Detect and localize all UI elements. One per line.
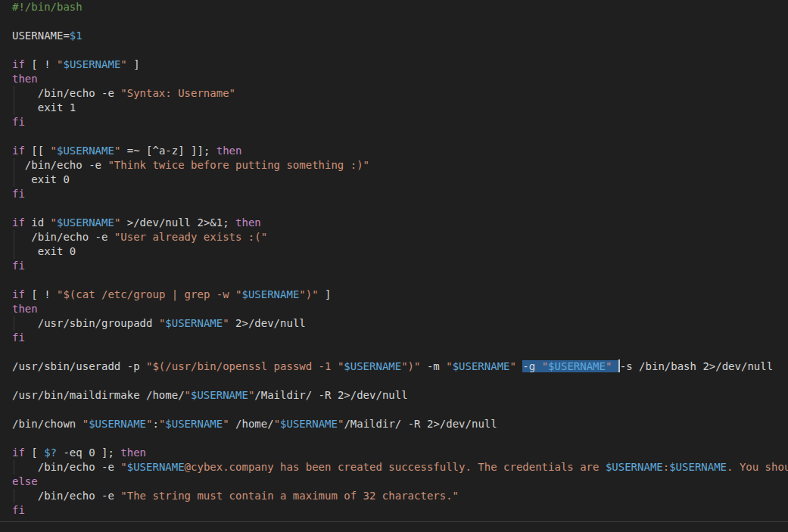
code-line[interactable]: fi (0, 331, 788, 345)
code-line[interactable]: if [ ! "$(cat /etc/group | grep -w "$USE… (0, 288, 788, 302)
code-line[interactable]: #!/bin/bash (0, 0, 788, 14)
code-line[interactable]: if id "$USERNAME" >/dev/null 2>&1; then (0, 216, 788, 230)
code-line[interactable]: /bin/echo -e "Syntax: Username" (0, 86, 788, 101)
code-token: " (185, 389, 191, 401)
code-token: [ ! (25, 58, 57, 70)
selection-highlight: -g (522, 360, 541, 372)
code-line[interactable]: then (0, 302, 788, 316)
code-token: /Maildir/ -R 2>/dev/null (254, 389, 407, 401)
code-token: " (83, 418, 89, 430)
indent-guide (14, 460, 14, 474)
code-token: /usr/sbin/groupadd (12, 317, 159, 329)
code-token: -m (420, 360, 446, 372)
code-token: exit 0 (12, 173, 70, 185)
code-token: /usr/sbin/useradd -p (12, 360, 146, 372)
code-token: ] (127, 58, 140, 70)
code-content[interactable]: #!/bin/bashUSERNAME=$1if [ ! "$USERNAME"… (0, 0, 788, 518)
code-token: if (12, 288, 25, 300)
code-token: $USERNAME (453, 360, 510, 372)
code-line[interactable]: exit 1 (0, 101, 788, 115)
selection-highlight: $USERNAME (548, 360, 606, 372)
code-token: $1 (70, 30, 83, 42)
indent-guide (14, 86, 14, 101)
code-token: "User already exists :(" (114, 231, 267, 243)
code-line[interactable]: fi (0, 187, 788, 201)
code-line[interactable]: /bin/echo -e "$USERNAME@cybex.company ha… (0, 460, 788, 474)
code-token: $USERNAME (606, 461, 663, 473)
code-token: $USERNAME (165, 418, 223, 430)
code-token: -eq 0 ]; (57, 446, 120, 459)
code-token: /bin/echo -e (12, 461, 120, 473)
code-token: [[ (25, 145, 51, 157)
code-token: if (12, 446, 25, 459)
code-line[interactable]: fi (0, 115, 788, 129)
code-line[interactable] (0, 43, 788, 58)
code-line[interactable] (0, 129, 788, 144)
editor-bottom-divider (0, 521, 788, 522)
code-token: fi (12, 116, 25, 128)
code-line[interactable]: /bin/echo -e "The string must contain a … (0, 489, 788, 503)
code-line[interactable]: /bin/echo -e "Think twice before putting… (0, 158, 788, 173)
code-line[interactable]: /usr/sbin/groupadd "$USERNAME" 2>/dev/nu… (0, 316, 788, 331)
code-line[interactable]: fi (0, 259, 788, 273)
code-line[interactable]: if [ ! "$USERNAME" ] (0, 58, 788, 72)
code-line[interactable] (0, 403, 788, 417)
code-line[interactable]: USERNAME=$1 (0, 29, 788, 43)
code-line[interactable]: else (0, 474, 788, 489)
code-token: "The string must contain a maximum of 32… (120, 490, 459, 502)
code-token: if (12, 145, 25, 157)
code-token: then (12, 303, 38, 315)
code-token: $USERNAME (344, 360, 401, 372)
code-token: " (223, 317, 229, 329)
code-token: fi (12, 504, 25, 516)
code-token: 2>/dev/null (229, 317, 306, 329)
indent-guide (14, 101, 14, 115)
code-token: "Think twice before putting something :)… (107, 159, 369, 171)
code-token: then (216, 145, 242, 157)
code-token: /bin/echo -e (12, 231, 114, 243)
code-token: " (120, 461, 126, 473)
code-line[interactable]: /bin/chown "$USERNAME":"$USERNAME" /home… (0, 417, 788, 431)
code-line[interactable]: exit 0 (0, 244, 788, 259)
code-line[interactable]: /usr/sbin/useradd -p "$(/usr/bin/openssl… (0, 359, 788, 374)
code-token: ")" (299, 288, 318, 300)
code-token: . You shou (727, 461, 788, 473)
code-token: " (223, 418, 229, 430)
code-line[interactable]: then (0, 72, 788, 86)
code-editor[interactable]: #!/bin/bashUSERNAME=$1if [ ! "$USERNAME"… (0, 0, 788, 532)
code-line[interactable]: exit 0 (0, 173, 788, 187)
code-token: $USERNAME (669, 461, 727, 473)
code-line[interactable] (0, 345, 788, 359)
code-token: /Maildir/ -R 2>/dev/null (344, 418, 497, 430)
code-token: $? (44, 446, 57, 459)
code-token: " (274, 418, 280, 430)
code-token: =~ [^a-z] ]]; (120, 145, 216, 157)
code-line[interactable] (0, 431, 788, 446)
code-token: id (25, 216, 51, 229)
code-token: exit 1 (12, 101, 76, 114)
code-line[interactable]: fi (0, 503, 788, 518)
code-token: " (446, 360, 452, 372)
code-line[interactable]: /usr/bin/maildirmake /home/"$USERNAME"/M… (0, 388, 788, 403)
code-line[interactable]: if [[ "$USERNAME" =~ [^a-z] ]]; then (0, 144, 788, 158)
code-line[interactable] (0, 14, 788, 29)
code-line[interactable] (0, 374, 788, 388)
code-line[interactable]: if [ $? -eq 0 ]; then (0, 446, 788, 460)
code-token: $USERNAME (280, 418, 338, 430)
code-token: then (235, 216, 261, 229)
code-token: #!/bin/bash (12, 1, 83, 13)
code-token: /home/ (229, 418, 274, 430)
code-token: /bin/echo -e (12, 87, 120, 99)
code-token: $USERNAME (89, 418, 146, 430)
code-line[interactable]: /bin/echo -e "User already exists :(" (0, 230, 788, 244)
code-token: else (12, 475, 38, 487)
code-token: if (12, 58, 25, 70)
indent-guide (14, 158, 14, 173)
code-token: fi (12, 260, 25, 272)
code-line[interactable] (0, 201, 788, 216)
code-line[interactable] (0, 273, 788, 288)
indent-guide (14, 230, 14, 244)
code-token: ")" (401, 360, 420, 372)
code-token: " (51, 216, 57, 229)
selection-highlight: " (542, 360, 548, 372)
